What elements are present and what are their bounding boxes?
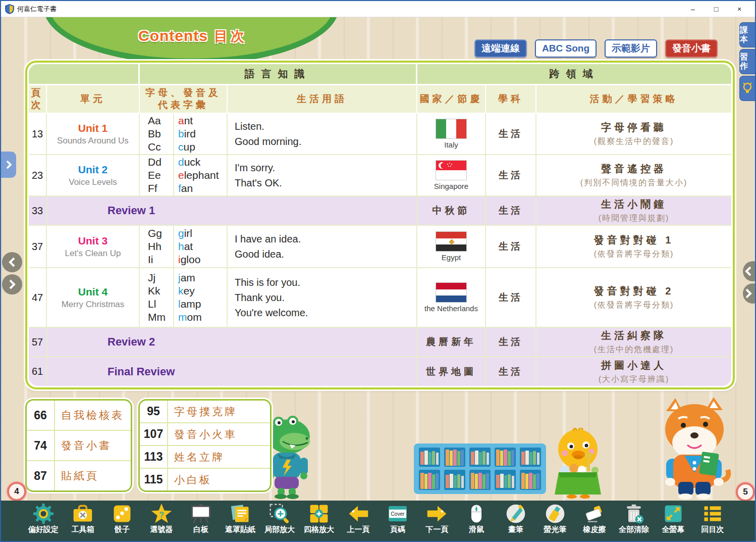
festival-cell: 中秋節 [417, 196, 486, 226]
page-cell[interactable]: 37 [29, 226, 47, 268]
minimize-button[interactable]: – [681, 2, 705, 17]
appendix-box-2: 95字母撲克牌 107發音小火車 113姓名立牌 115小白板 [138, 399, 272, 492]
tab-hint[interactable] [739, 76, 755, 101]
app-window: 何嘉仁電子書 – □ × Contents目次 遠端連線 ABC Song 示範… [0, 0, 756, 542]
page-title-en: Contents [138, 27, 208, 44]
trash-icon [623, 503, 645, 525]
page-number-left[interactable]: 4 [7, 482, 26, 501]
toolbar-item-dice[interactable]: 骰子 [106, 503, 138, 534]
chevron-right-icon [8, 279, 17, 290]
toc-table: 語言知識 跨領域 頁次 單元 字母、發音及 代表字彙 生活用語 國家／節慶 學科… [25, 61, 735, 389]
subject-cell: 生活 [486, 114, 536, 155]
toolbar-item-back-to-toc[interactable]: 回目次 [697, 503, 728, 534]
unit-cell-unit3[interactable]: Unit 3 Let's Clean Up [47, 226, 140, 268]
toolbar-item-highlighter[interactable]: 螢光筆 [539, 503, 571, 534]
list-item[interactable]: 107發音小火車 [140, 423, 270, 446]
list-item[interactable]: 115小白板 [140, 469, 270, 490]
toolbar-item-clear-all[interactable]: 全部清除 [618, 503, 650, 534]
page-cell[interactable]: 57 [29, 328, 47, 357]
list-item[interactable]: 66自我檢核表 [27, 401, 131, 431]
toolbar-item-number-picker[interactable]: ? 選號器 [146, 503, 177, 534]
toolbar-item-pen[interactable]: 畫筆 [500, 503, 531, 534]
lightbulb-icon [742, 82, 752, 95]
activity-cell: 發音對對碰 1 (依發音將字母分類) [536, 226, 731, 268]
toolbox-icon [72, 503, 94, 525]
prev-page-arrow-left-edge[interactable] [2, 252, 22, 272]
unit-cell-unit1[interactable]: Unit 1 Sounds Around Us [47, 114, 140, 155]
col-header-unit: 單元 [47, 85, 140, 114]
toolbar-item-whiteboard[interactable]: 白板 [185, 503, 217, 534]
words-cell: duck elephant fan [174, 155, 228, 196]
phrases-cell: This is for you.Thank you.You're welcome… [228, 268, 417, 328]
tab-workbook[interactable]: 習作 [739, 49, 755, 74]
side-tabs: 課本 習作 [739, 22, 755, 101]
letters-cell: JjKkLlMm [140, 268, 174, 328]
page-number-right[interactable]: 5 [736, 482, 755, 502]
letters-cell: DdEeFf [140, 155, 174, 196]
col-header-subject: 學科 [486, 85, 536, 114]
words-cell: girl hat igloo [174, 226, 228, 268]
toolbar-item-next-page[interactable]: 下一頁 [421, 503, 453, 534]
remote-connect-button[interactable]: 遠端連線 [474, 39, 527, 58]
list-item[interactable]: 87貼紙頁 [27, 461, 131, 490]
page-cell[interactable]: 61 [29, 357, 47, 386]
unit-subtitle: Merry Christmas [62, 300, 125, 310]
list-item[interactable]: 113姓名立牌 [140, 446, 270, 469]
chevron-right-icon [744, 288, 753, 299]
country-label: Egypt [442, 253, 461, 262]
activity-cell: 拼圖小達人 (大小寫字母辨識) [536, 357, 731, 386]
four-grid-zoom-icon [308, 503, 330, 525]
arrow-right-icon [426, 503, 448, 525]
list-item[interactable]: 74發音小書 [27, 431, 131, 461]
egypt-flag [436, 231, 467, 252]
subject-cell: 生活 [486, 226, 536, 268]
country-label: Italy [444, 140, 458, 149]
toolbar-item-preferences[interactable]: 偏好設定 [28, 503, 59, 534]
list-item[interactable]: 95字母撲克牌 [140, 401, 270, 423]
words-cell: ant bird cup [174, 114, 228, 155]
review-title-cell[interactable]: Review 1 [47, 196, 417, 226]
toolbar-item-toolbox[interactable]: 工具箱 [67, 503, 98, 534]
chevron-left-icon [8, 257, 17, 268]
next-page-arrow-left-edge[interactable] [2, 274, 22, 294]
top-button-row: 遠端連線 ABC Song 示範影片 發音小書 [474, 39, 718, 58]
toc-list-icon [701, 503, 724, 525]
page-cell[interactable]: 13 [29, 114, 47, 155]
activity-cell: 發音對對碰 2 (依發音將字母分類) [536, 268, 731, 328]
toolbar-item-mask-sticker[interactable]: 遮罩貼紙 [225, 503, 256, 534]
toolbar-item-fullscreen[interactable]: 全螢幕 [658, 503, 689, 534]
next-page-arrow-right-edge[interactable] [743, 283, 755, 304]
toolbar-item-page-number[interactable]: Cover 頁碼 [382, 503, 413, 534]
toolbar-item-partial-zoom[interactable]: 局部放大 [264, 503, 295, 534]
phonics-book-button[interactable]: 發音小書 [665, 39, 718, 58]
unit-cell-unit2[interactable]: Unit 2 Voice Levels [47, 155, 140, 196]
toolbar-item-prev-page[interactable]: 上一頁 [343, 503, 374, 534]
close-button[interactable]: × [728, 2, 751, 17]
phrases-cell: I'm sorry.That's OK. [228, 155, 417, 196]
pen-icon [505, 503, 527, 525]
prev-page-arrow-right-edge[interactable] [743, 261, 755, 281]
toolbar-item-mouse[interactable]: 滑鼠 [461, 503, 492, 534]
appendix-box-1: 66自我檢核表 74發音小書 87貼紙頁 [25, 399, 132, 492]
review-title-cell[interactable]: Review 2 [47, 328, 417, 357]
abc-song-button[interactable]: ABC Song [535, 39, 597, 58]
page-cell[interactable]: 47 [29, 268, 47, 328]
maximize-button[interactable]: □ [705, 2, 728, 17]
demo-video-button[interactable]: 示範影片 [605, 39, 657, 58]
unit-subtitle: Voice Levels [69, 177, 117, 187]
italy-flag [436, 119, 467, 139]
titlebar: 何嘉仁電子書 – □ × [1, 1, 755, 17]
review-title-cell[interactable]: Final Review [47, 357, 417, 386]
netherlands-flag [436, 282, 467, 303]
toolbar-item-quad-zoom[interactable]: 四格放大 [303, 503, 335, 534]
page-cell[interactable]: 23 [29, 155, 47, 196]
unit-title: Unit 2 [78, 164, 107, 176]
svg-text:?: ? [159, 511, 164, 519]
activity-cell: 生活糾察隊 (生活中的危機處理) [536, 328, 731, 357]
unit-cell-unit4[interactable]: Unit 4 Merry Christmas [47, 268, 140, 328]
page-cell[interactable]: 33 [29, 196, 47, 226]
left-panel-tab[interactable] [1, 152, 16, 178]
col-header-page: 頁次 [29, 85, 47, 114]
toolbar-item-eraser[interactable]: 橡皮擦 [579, 503, 610, 534]
tab-textbook[interactable]: 課本 [739, 22, 755, 47]
